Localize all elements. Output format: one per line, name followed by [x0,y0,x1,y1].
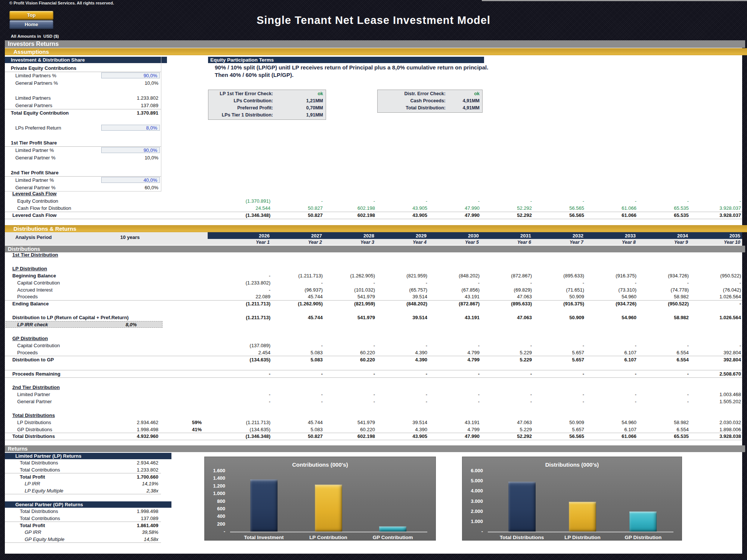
section-bar-distributions-returns: Distributions & Returns [5,225,747,232]
row-value: 1.861.409 [101,523,158,528]
cell-value: - [218,392,272,397]
cell-value: 1.026.564 [689,294,743,299]
row-label: LP IRR check [17,322,48,327]
assumption-input[interactable]: 8,0% [101,125,160,131]
y-axis-label: 600 [205,506,225,511]
cell-value: - [584,198,638,204]
cell-value: - [480,392,534,397]
year-col-header: 2028 [323,233,375,239]
cell-value: 5.657 [532,357,586,363]
cell-value: 65.535 [636,212,691,218]
lp-returns-header: Limited Partner (LP) Returns [5,453,171,459]
cell-value: - [532,343,586,348]
irr-check-value: 8,0% [80,322,137,327]
assumption-input[interactable]: 90,0% [101,147,160,153]
cell-value: - [427,371,481,377]
cell-value: 56.565 [532,212,586,218]
table-row: Beginning Balance-(1.211.713)(1.262.905)… [5,272,742,279]
cell-value: 5.083 [270,357,325,363]
cell-value: (137.089) [218,343,270,348]
y-axis-label: 6.000 [462,468,483,473]
assumption-input[interactable]: 40,0% [101,177,160,183]
check-value: 4,91MM [446,105,480,111]
cell-value: 65.535 [636,205,691,211]
cell-value: 45.744 [270,315,325,320]
distributions-chart: Distributions (000's)-1.0002.0003.0004.0… [462,457,682,541]
cell-value: - [532,399,586,404]
assumption-row: General Partner %10,0% [5,154,161,161]
row-value: 1.998.498 [101,508,158,514]
cell-value: - [270,198,325,204]
cell-value: - [375,371,429,377]
cell-value: - [636,198,691,204]
table-row: GP Distributions1.998.49841%(134.635)5.0… [5,426,742,433]
cell-value: - [323,392,377,397]
cell-value: (65.757) [375,287,427,293]
check-label: Distr. Error Check: [381,91,446,96]
assumption-row: General Partners137.089 [5,102,161,109]
cell-value: - [427,198,481,204]
year-col-sublabel: Year 3 [323,240,375,245]
cell-value: 5.229 [480,427,534,432]
y-axis-label: 200 [205,521,225,527]
cell-value: (872.867) [427,301,480,307]
cell-value: (934.726) [584,301,636,307]
table-row: Total Distributions [5,412,742,419]
assumption-label: Limited Partners [15,95,51,101]
cell-value: 392.804 [689,350,743,355]
assumption-input[interactable]: 90,0% [101,72,160,78]
cell-value: - [532,280,586,286]
year-col-sublabel: Year 10 [689,240,741,245]
assumption-label: Limited Partner % [15,147,54,153]
cell-value: 5.083 [270,427,325,432]
cell-value: 5.229 [480,357,534,363]
cell-value: (1.211.713) [218,301,270,307]
cell-value: - [375,392,429,397]
cell-value: (1.211.713) [218,420,270,425]
cell-value: 60.220 [323,427,377,432]
cell-value: 50.909 [532,315,586,320]
cell-value: (950.522) [636,301,689,307]
assumption-label: General Partner % [15,185,56,190]
x-axis-line [488,532,673,532]
x-axis-label: Total Investment [228,535,299,540]
cell-value: (67.856) [427,287,480,293]
cell-value: 39.514 [375,420,429,425]
row-label: Total Distributions [12,433,55,439]
row-value: 14,19% [101,481,158,486]
analysis-period-value: 10 years [111,234,149,240]
table-row: 1st Tier Distribution [5,251,742,258]
cell-value: (101.032) [323,287,375,293]
cell-value: 602.198 [323,212,377,218]
cell-value: - [323,343,377,348]
table-row: Ending Balance(1.211.713)(1.262.905)(821… [5,300,742,307]
cell-value: 39.514 [375,294,429,299]
cell-value: 5.229 [480,350,534,355]
cell-value: - [375,198,429,204]
cell-value: (916.375) [584,273,636,279]
cell-value: - [480,198,534,204]
row-percent: 41% [172,427,202,432]
assumption-row: Limited Partners1.233.802 [5,94,161,102]
assumption-value: 10,0% [101,155,158,161]
cell-value: - [689,343,743,348]
cell-value: 4.799 [427,350,481,355]
cell-value: 6.554 [636,350,691,355]
table-row: Total Distributions4.932.960(1.346.348)5… [5,433,742,440]
cell-value: - [480,280,534,286]
cell-value: - [584,280,638,286]
assumption-label: Private Equity Contributions [11,65,77,71]
cell-value: (821.959) [323,301,375,307]
row-label: Equity Contribution [17,198,58,204]
cell-value: 61.066 [584,212,638,218]
cell-value: - [270,343,325,348]
cell-value: (73.310) [584,287,636,293]
cell-value: (1.211.713) [218,315,270,320]
cell-value: 50.827 [270,212,325,218]
cell-value: (895.633) [480,301,532,307]
table-row: Capital Contribution(137.089)--------- [5,342,742,349]
year-col-sublabel: Year 9 [636,240,689,245]
year-col-sublabel: Year 8 [584,240,636,245]
cell-value: (76.042) [689,287,741,293]
lp-returns-row: LP Equity Multiple2,38x [5,487,161,495]
